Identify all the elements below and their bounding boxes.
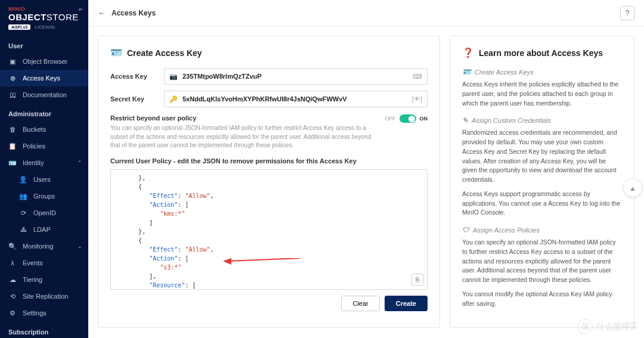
eye-icon[interactable]: [👁] — [412, 95, 422, 103]
collapse-icon[interactable]: ⇤ — [79, 6, 83, 13]
sidebar-item-groups[interactable]: 👥Groups — [0, 188, 88, 204]
create-access-key-panel: 🪪 Create Access Key Access Key 📷 235TMtp… — [98, 36, 440, 328]
help-text: Randomized access credentials are recomm… — [462, 128, 622, 185]
question-icon: ❓ — [462, 47, 474, 58]
identity-icon: 🪪 — [8, 159, 17, 167]
sidebar-item-label: OpenID — [33, 209, 56, 216]
gear-icon: ⚙ — [8, 309, 17, 317]
access-key-input[interactable]: 📷 235TMtpoW8rImQzTZvuP ⌨ — [164, 68, 428, 85]
toggle-off-label: OFF — [385, 116, 396, 122]
help-section-create: 🪪Create Access Keys — [462, 68, 622, 76]
openid-icon: ⟳ — [19, 209, 27, 217]
chevron-down-icon: ⌄ — [78, 243, 82, 249]
sidebar-item-access-keys[interactable]: ⊚Access Keys — [0, 70, 88, 86]
create-button[interactable]: Create — [385, 296, 428, 311]
sidebar-item-label: Buckets — [23, 126, 46, 133]
logo-title: OBJECTSTORE — [8, 12, 80, 22]
browser-icon: ▣ — [8, 57, 17, 66]
sidebar-item-label: Access Keys — [23, 75, 60, 82]
breadcrumb-label: Access Keys — [112, 9, 156, 17]
sidebar-item-settings[interactable]: ⚙Settings — [0, 305, 88, 321]
policy-label: Current User Policy - edit the JSON to r… — [110, 157, 428, 165]
chevron-up-icon: ⌃ — [78, 160, 82, 166]
logo-license: LICENSE — [35, 24, 55, 30]
secret-key-input[interactable]: 🔑 5xNddLqKlsYvoHmXYPhKRfwUI8r4JsNQiQwFWW… — [164, 91, 428, 107]
logo: MINIO OBJECTSTORE AGPLv3 LICENSE — [0, 0, 88, 35]
main: ← Access Keys ? 🪪 Create Access Key Acce… — [88, 0, 644, 338]
shield-icon: 🛡 — [462, 226, 469, 234]
sidebar-item-ldap[interactable]: 🖧LDAP — [0, 221, 88, 238]
restrict-toggle[interactable]: OFF ON — [385, 114, 428, 123]
sidebar-item-label: Tiering — [23, 276, 42, 283]
sidebar-item-events[interactable]: λEvents — [0, 255, 88, 271]
sidebar-item-identity[interactable]: 🪪Identity⌃ — [0, 154, 88, 171]
help-button[interactable]: ? — [620, 6, 634, 20]
logo-badge: AGPLv3 — [8, 24, 30, 30]
sidebar-item-buckets[interactable]: 🗑Buckets — [0, 121, 88, 138]
sidebar-item-documentation[interactable]: 🕮Documentation — [0, 86, 88, 103]
sidebar-item-label: Policies — [23, 142, 45, 150]
help-text: You cannot modify the optional Access Ke… — [462, 290, 622, 309]
monitor-icon: 🔍 — [8, 242, 17, 250]
card-icon: 🪪 — [462, 68, 471, 76]
sidebar-item-label: Documentation — [23, 91, 67, 98]
panel-title: 🪪 Create Access Key — [110, 47, 428, 58]
sidebar-item-label: Identity — [23, 159, 44, 166]
sidebar-item-label: Monitoring — [23, 243, 53, 250]
help-text: You can specify an optional JSON-formatt… — [462, 238, 622, 285]
sidebar-item-tiering[interactable]: ☁Tiering — [0, 271, 88, 288]
doc-icon: 🕮 — [8, 91, 17, 99]
top-bar: ← Access Keys ? — [88, 0, 644, 26]
section-admin: Administrator — [0, 103, 88, 121]
restrict-title: Restrict beyond user policy — [110, 114, 373, 122]
help-panel-title: ❓ Learn more about Access Keys — [462, 47, 622, 58]
replication-icon: ⟲ — [8, 292, 17, 300]
sidebar-item-label: Users — [33, 176, 51, 183]
secret-key-value: 5xNddLqKlsYvoHmXYPhKRfwUI8r4JsNQiQwFWWvV — [182, 95, 408, 103]
sidebar-item-object-browser[interactable]: ▣Object Browser — [0, 53, 88, 70]
users-icon: 👤 — [19, 175, 27, 184]
toggle-switch[interactable] — [400, 114, 416, 123]
help-panel: ❓ Learn more about Access Keys 🪪Create A… — [450, 36, 634, 328]
restrict-desc: You can specify an optional JSON-formatt… — [110, 124, 373, 150]
sidebar-item-users[interactable]: 👤Users — [0, 171, 88, 188]
sidebar-item-monitoring[interactable]: 🔍Monitoring⌄ — [0, 238, 88, 255]
sidebar-item-policies[interactable]: 📋Policies — [0, 138, 88, 154]
groups-icon: 👥 — [19, 192, 27, 200]
help-section-policies: 🛡Assign Access Policies — [462, 226, 622, 234]
back-arrow-icon[interactable]: ← — [98, 8, 106, 17]
section-subscription: Subscription — [0, 321, 88, 338]
policy-editor[interactable]: }, { "Effect": "Allow", "Action": [ "kms… — [110, 169, 428, 290]
sidebar-item-label: Object Browser — [23, 58, 67, 65]
help-text: Access Keys support programmatic access … — [462, 190, 622, 218]
bucket-icon: 🗑 — [8, 125, 17, 134]
float-badge-icon[interactable]: ⟁ — [624, 179, 642, 197]
sidebar-item-label: Settings — [23, 309, 47, 317]
lock-icon: 🔑 — [169, 95, 178, 103]
access-key-value: 235TMtpoW8rImQzTZvuP — [182, 73, 409, 80]
sidebar-item-label: LDAP — [33, 226, 51, 233]
sidebar-item-site-replication[interactable]: ⟲Site Replication — [0, 288, 88, 305]
help-title-text: Learn more about Access Keys — [479, 48, 603, 58]
key-icon: 📷 — [169, 73, 178, 80]
logo-brand: MINIO — [8, 6, 80, 12]
section-user: User — [0, 35, 88, 53]
help-text: Access Keys inherit the policies explici… — [462, 80, 622, 108]
toggle-on-label: ON — [420, 116, 428, 122]
ldap-icon: 🖧 — [19, 225, 27, 234]
keyboard-icon[interactable]: ⌨ — [413, 73, 422, 80]
policy-json[interactable]: }, { "Effect": "Allow", "Action": [ "kms… — [117, 173, 421, 289]
clear-button[interactable]: Clear — [341, 296, 379, 311]
sidebar-item-label: Groups — [33, 193, 55, 200]
sidebar-item-label: Site Replication — [23, 293, 68, 300]
sidebar-item-openid[interactable]: ⟳OpenID — [0, 204, 88, 221]
copy-button[interactable]: ⎘ — [411, 274, 423, 286]
key-card-icon: 🪪 — [110, 47, 122, 58]
access-key-label: Access Key — [110, 73, 164, 80]
policy-icon: 📋 — [8, 142, 17, 150]
events-icon: λ — [8, 259, 17, 267]
secret-key-label: Secret Key — [110, 95, 164, 103]
pencil-icon: ✎ — [462, 116, 468, 125]
sidebar: ⇤ MINIO OBJECTSTORE AGPLv3 LICENSE User … — [0, 0, 88, 338]
key-icon: ⊚ — [8, 74, 17, 82]
